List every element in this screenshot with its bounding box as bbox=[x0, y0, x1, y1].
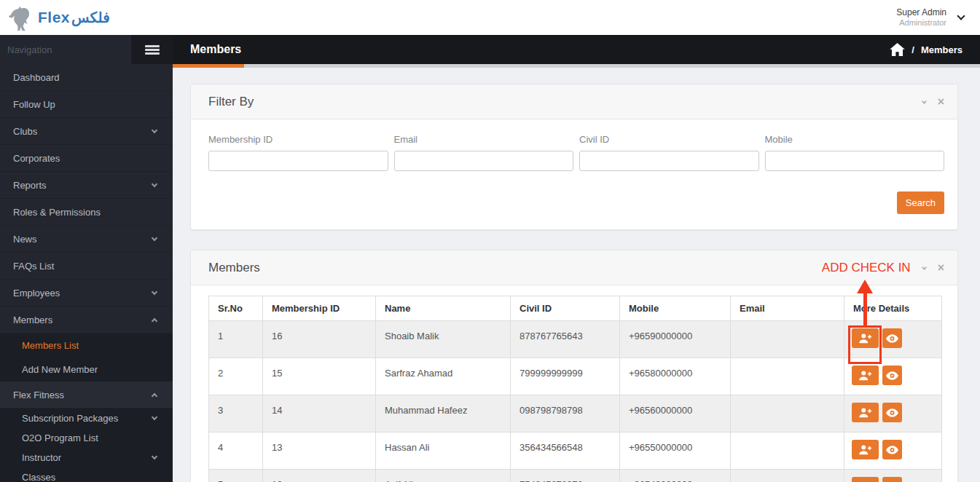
user-plus-icon bbox=[858, 444, 872, 455]
sidebar-item-label: Corporates bbox=[13, 153, 60, 164]
sidebar-item-subscription-packages[interactable]: Subscription Packages bbox=[0, 408, 173, 428]
cell-mobile: +96540000000 bbox=[620, 470, 731, 482]
civil-id-input[interactable] bbox=[579, 151, 759, 171]
field-civil-id: Civil ID bbox=[579, 134, 759, 171]
cell-mobile: +96590000000 bbox=[620, 321, 731, 358]
home-icon[interactable] bbox=[890, 43, 905, 56]
sidebar-item-label: Employees bbox=[13, 288, 60, 299]
sidebar-item-clubs[interactable]: Clubs bbox=[0, 118, 173, 145]
view-details-button[interactable] bbox=[882, 328, 902, 348]
breadcrumb-current: Members bbox=[921, 44, 963, 55]
sidebar-item-members[interactable]: Members bbox=[0, 307, 173, 333]
add-checkin-button[interactable] bbox=[852, 477, 879, 482]
cell-civil-id: 799999999999 bbox=[511, 358, 620, 395]
sidebar-item-label: FAQs List bbox=[13, 261, 54, 272]
sidebar-item-employees[interactable]: Employees bbox=[0, 280, 173, 307]
cell-name: Asif Ali bbox=[376, 470, 511, 482]
sidebar-item-label: Follow Up bbox=[13, 99, 55, 110]
user-plus-icon bbox=[858, 370, 872, 381]
chevron-up-icon bbox=[152, 392, 157, 398]
sidebar-item-o2o-program-list[interactable]: O2O Program List bbox=[0, 428, 173, 448]
col-srno: Sr.No bbox=[209, 296, 263, 321]
table-row: 413Hassan Ali356434566548+96550000000 bbox=[209, 432, 942, 470]
cell-name: Shoaib Malik bbox=[376, 321, 511, 358]
eye-icon bbox=[886, 408, 898, 417]
search-button[interactable]: Search bbox=[897, 191, 944, 214]
filter-panel-body: Membership ID Email Civil ID Mobile bbox=[191, 119, 957, 229]
email-input[interactable] bbox=[394, 151, 574, 171]
cell-sr: 1 bbox=[209, 321, 263, 358]
sidebar-item-follow-up[interactable]: Follow Up bbox=[0, 91, 173, 118]
sidebar-item-flex-fitness[interactable]: Flex Fitness bbox=[0, 382, 173, 408]
sidebar-item-add-new-member[interactable]: Add New Member bbox=[0, 357, 173, 382]
col-name: Name bbox=[376, 296, 511, 321]
sidebar-item-label: Clubs bbox=[13, 126, 37, 137]
col-more-details: More Details bbox=[844, 296, 942, 321]
sidebar-item-dashboard[interactable]: Dashboard bbox=[0, 64, 173, 91]
sidebar-item-label: Dashboard bbox=[13, 72, 60, 83]
cell-membership-id: 12 bbox=[263, 470, 376, 482]
add-checkin-button[interactable] bbox=[852, 403, 879, 422]
sidebar-item-label: Reports bbox=[13, 180, 47, 191]
view-details-button[interactable] bbox=[882, 403, 902, 422]
filter-panel-header: Filter By × bbox=[191, 84, 957, 119]
sidebar-item-label: News bbox=[13, 234, 37, 245]
field-label: Membership ID bbox=[208, 134, 388, 145]
cell-email bbox=[731, 470, 844, 482]
brand-logo[interactable]: Flex فلكس bbox=[7, 3, 110, 32]
cell-mobile: +96550000000 bbox=[620, 432, 731, 470]
cell-membership-id: 13 bbox=[263, 432, 376, 470]
cell-mobile: +96560000000 bbox=[620, 395, 731, 432]
members-table: Sr.No Membership ID Name Civil ID Mobile… bbox=[208, 296, 942, 482]
membership-id-input[interactable] bbox=[208, 151, 388, 171]
cell-civil-id: 098798798798 bbox=[511, 395, 620, 432]
chevron-down-icon bbox=[152, 234, 157, 240]
close-panel-icon[interactable]: × bbox=[938, 262, 944, 274]
brand-text-arabic: فلكس bbox=[71, 9, 110, 26]
user-menu[interactable]: Super Admin Administrator bbox=[896, 7, 964, 28]
cell-sr: 4 bbox=[209, 432, 263, 470]
view-details-button[interactable] bbox=[882, 366, 902, 385]
sidebar-item-members-list[interactable]: Members List bbox=[0, 333, 173, 357]
sidebar-item-classes[interactable]: Classes bbox=[0, 467, 173, 482]
view-details-button[interactable] bbox=[882, 477, 902, 482]
mobile-input[interactable] bbox=[765, 151, 945, 171]
cell-sr: 2 bbox=[209, 358, 263, 395]
filter-panel-title: Filter By bbox=[208, 95, 922, 109]
table-row: 314Muhammad Hafeez098798798798+965600000… bbox=[209, 395, 942, 432]
col-membership-id: Membership ID bbox=[263, 296, 376, 321]
close-panel-icon[interactable]: × bbox=[938, 96, 944, 108]
add-checkin-button[interactable] bbox=[852, 366, 879, 385]
breadcrumb-separator: / bbox=[912, 44, 914, 55]
sidebar-toggle-button[interactable] bbox=[131, 35, 173, 64]
add-checkin-button[interactable] bbox=[852, 440, 879, 459]
sidebar-item-label: Add New Member bbox=[22, 364, 98, 375]
sidebar-item-faqs-list[interactable]: FAQs List bbox=[0, 253, 173, 280]
sidebar-item-label: Members bbox=[13, 315, 52, 325]
cell-civil-id: 878767765643 bbox=[511, 321, 620, 358]
field-label: Mobile bbox=[765, 134, 945, 145]
members-panel-header: Members ADD CHECK IN × bbox=[191, 250, 957, 285]
field-label: Email bbox=[394, 134, 574, 145]
sidebar-item-news[interactable]: News bbox=[0, 226, 173, 253]
collapse-panel-icon[interactable] bbox=[922, 99, 927, 104]
cell-email bbox=[731, 395, 844, 432]
chevron-down-icon bbox=[957, 12, 965, 20]
table-row: 512Asif Ali754345678976+96540000000 bbox=[209, 470, 942, 482]
collapse-panel-icon[interactable] bbox=[922, 265, 927, 270]
sidebar-item-roles-permissions[interactable]: Roles & Permissions bbox=[0, 199, 173, 226]
breadcrumb: / Members bbox=[890, 43, 963, 56]
cell-actions bbox=[844, 470, 942, 482]
view-details-button[interactable] bbox=[882, 440, 902, 459]
sidebar-item-reports[interactable]: Reports bbox=[0, 172, 173, 199]
horse-icon bbox=[7, 3, 36, 32]
sidebar-item-instructor[interactable]: Instructor bbox=[0, 448, 173, 467]
col-email: Email bbox=[731, 296, 844, 321]
add-checkin-button[interactable] bbox=[852, 328, 879, 348]
chevron-down-icon bbox=[152, 288, 157, 294]
cell-membership-id: 15 bbox=[263, 358, 376, 395]
sidebar: Navigation DashboardFollow UpClubsCorpor… bbox=[0, 35, 173, 482]
cell-email bbox=[731, 432, 844, 470]
cell-name: Hassan Ali bbox=[376, 432, 511, 470]
sidebar-item-corporates[interactable]: Corporates bbox=[0, 145, 173, 172]
